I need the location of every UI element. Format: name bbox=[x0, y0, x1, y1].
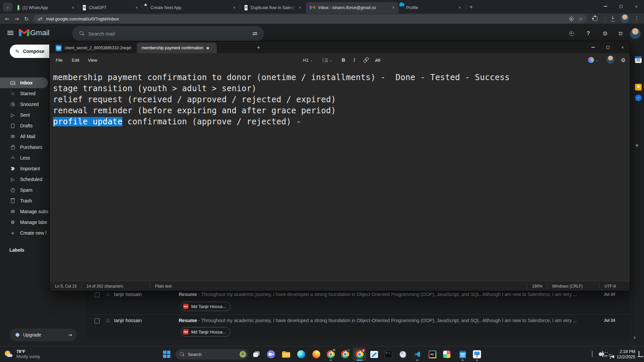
encoding[interactable]: UTF-8 bbox=[600, 284, 630, 289]
close-tab-icon[interactable]: × bbox=[390, 5, 396, 11]
row-checkbox[interactable] bbox=[95, 318, 100, 323]
browser-tab-gmail-inbox[interactable]: Inbox - ishann.tforce@gmail.co × bbox=[306, 2, 398, 13]
side-panel-toggle-icon[interactable]: › bbox=[633, 333, 636, 341]
firefox-button[interactable] bbox=[310, 348, 323, 361]
tab-title: Inbox - ishann.tforce@gmail.co bbox=[318, 5, 389, 10]
chrome-profile1-button[interactable] bbox=[324, 348, 337, 361]
window-minimize-button[interactable] bbox=[598, 0, 613, 13]
attachment-chip[interactable]: PDF Md Tanjir Hossa... bbox=[180, 327, 230, 337]
taskbar-clock[interactable]: 2:18 PM 12/2/2025 bbox=[616, 349, 635, 360]
taskbar-search[interactable]: Search bbox=[175, 349, 248, 359]
close-tab-icon[interactable]: × bbox=[231, 5, 237, 11]
copilot-dropdown[interactable]: ⌄ bbox=[586, 56, 600, 64]
notifications-bell-icon[interactable] bbox=[639, 351, 644, 357]
window-close-button[interactable]: × bbox=[629, 0, 644, 13]
main-menu-icon[interactable] bbox=[7, 31, 13, 35]
attachment-chip[interactable]: PDF Md Tanjir Hossa... bbox=[180, 302, 230, 311]
lens-icon[interactable] bbox=[570, 17, 573, 21]
command-prompt-button[interactable]: C:\_ bbox=[382, 348, 395, 361]
start-button[interactable] bbox=[160, 348, 173, 361]
notepad-text-area[interactable]: membership payment confirmation to donor… bbox=[50, 66, 630, 297]
window-maximize-button[interactable] bbox=[613, 0, 629, 13]
status-icon[interactable] bbox=[568, 29, 576, 38]
pycharm-icon: PC bbox=[429, 351, 436, 358]
notepad-maximize-button[interactable] bbox=[600, 41, 615, 53]
bold-button[interactable]: B bbox=[339, 56, 348, 64]
calendar-icon[interactable]: 31 bbox=[635, 56, 642, 63]
upgrade-button[interactable]: Upgrade → bbox=[10, 328, 77, 341]
notepad-new-tab-button[interactable]: + bbox=[255, 44, 262, 51]
notepad-tab-membership[interactable]: membership payment confirmation bbox=[137, 43, 217, 53]
search-icon[interactable] bbox=[79, 31, 84, 36]
sidebar-item-inbox[interactable]: Inbox bbox=[0, 77, 48, 88]
notepad-settings-gear-icon[interactable]: ⚙ bbox=[618, 56, 629, 64]
bookmark-star-icon[interactable]: ☆ bbox=[579, 16, 583, 22]
row-star-icon[interactable]: ☆ bbox=[105, 317, 110, 324]
mail-list: ☆ tanjir hossain Resume - Throughout my … bbox=[86, 291, 630, 339]
list-style-dropdown[interactable]: ⌄ bbox=[320, 56, 335, 64]
settings-gear-icon[interactable]: ⚙ bbox=[601, 29, 609, 38]
menu-edit[interactable]: Edit bbox=[68, 56, 83, 64]
forward-icon[interactable]: → bbox=[12, 13, 22, 24]
chrome-profile2-button[interactable] bbox=[338, 348, 352, 361]
close-tab-icon[interactable]: × bbox=[297, 5, 303, 11]
teams-chat-button[interactable] bbox=[264, 348, 278, 361]
gmail-profile-avatar[interactable] bbox=[630, 28, 641, 39]
italic-button[interactable]: I bbox=[350, 56, 359, 64]
downloads-icon[interactable]: ↓ bbox=[610, 15, 616, 22]
url-text[interactable]: mail.google.com/mail/u/0/?ogbl#inbox bbox=[46, 16, 570, 21]
address-bar[interactable]: mail.google.com/mail/u/0/?ogbl#inbox ☆ bbox=[34, 14, 587, 23]
apps-grid-icon[interactable] bbox=[616, 29, 625, 38]
notepad-close-button[interactable]: × bbox=[615, 41, 630, 53]
tasks-icon[interactable]: ✓ bbox=[635, 95, 642, 101]
add-side-panel-app-icon[interactable]: + bbox=[635, 142, 639, 149]
search-filter-icon[interactable] bbox=[253, 32, 257, 35]
postgresql-button[interactable] bbox=[396, 348, 410, 361]
task-manager-button[interactable] bbox=[367, 348, 381, 361]
reload-icon[interactable]: ↻ bbox=[21, 13, 32, 24]
link-button[interactable] bbox=[360, 56, 371, 64]
weather-widget[interactable]: 78°F Mostly sunny bbox=[4, 346, 40, 362]
chrome-profile-s-button[interactable]: S bbox=[353, 348, 366, 361]
clear-formatting-button[interactable]: Ab bbox=[372, 56, 383, 64]
help-icon[interactable]: ? bbox=[584, 29, 592, 38]
keep-icon[interactable] bbox=[635, 84, 642, 90]
browser-tab-salesforce-chat[interactable]: ✳ Duplicate flow in Salesforce × bbox=[240, 2, 305, 13]
close-tab-icon[interactable]: × bbox=[134, 5, 140, 11]
notepad-minimize-button[interactable] bbox=[586, 41, 600, 53]
tab-search-button[interactable]: ⌄ bbox=[3, 3, 12, 11]
notepad-tab-client-secret[interactable]: client_secret_2_60053885332-2reqe52rribc bbox=[53, 43, 136, 53]
new-tab-button[interactable]: + bbox=[468, 3, 475, 11]
extensions-icon[interactable] bbox=[593, 16, 597, 21]
edge-button[interactable] bbox=[294, 348, 308, 361]
browser-tab-create-next-app[interactable]: Create Next App × bbox=[143, 2, 239, 13]
close-tab-icon[interactable]: × bbox=[70, 5, 76, 11]
file-explorer-button[interactable] bbox=[279, 348, 293, 361]
gmail-search-input[interactable]: Search mail bbox=[88, 31, 248, 37]
colorful-app-button[interactable] bbox=[440, 348, 453, 361]
browser-tab-chatgpt[interactable]: ✳ ChatGPT × bbox=[79, 2, 142, 13]
browser-profile-avatar[interactable] bbox=[621, 14, 629, 23]
line-ending[interactable]: Windows (CRLF) bbox=[547, 284, 599, 289]
compose-button[interactable]: ✎ Compose bbox=[10, 45, 56, 58]
close-tab-icon[interactable]: × bbox=[457, 5, 463, 11]
browser-tab-whatsapp[interactable]: 1 (1) WhatsApp × bbox=[13, 2, 78, 13]
pycharm-button[interactable]: PC bbox=[426, 348, 439, 361]
gmail-search-bar[interactable]: Search mail bbox=[72, 26, 264, 41]
notepad-taskbar-button[interactable] bbox=[456, 348, 469, 361]
mail-row[interactable]: ☆ tanjir hossain Resume - Throughout my … bbox=[86, 317, 630, 339]
browser-tabstrip: ⌄ 1 (1) WhatsApp × ✳ ChatGPT × Create Ne… bbox=[0, 0, 644, 13]
menu-file[interactable]: File bbox=[52, 56, 67, 64]
zoom-level[interactable]: 190% bbox=[527, 284, 547, 289]
heading-style-dropdown[interactable]: H1 ⌄ bbox=[301, 56, 315, 64]
tray-expand-icon[interactable] bbox=[592, 351, 592, 357]
browser-tab-profile[interactable]: Profile × bbox=[399, 2, 465, 13]
notepad-account-avatar[interactable] bbox=[606, 56, 614, 64]
task-view-button[interactable] bbox=[250, 348, 263, 361]
back-icon[interactable]: ← bbox=[2, 13, 12, 24]
vscode-button[interactable] bbox=[411, 348, 424, 361]
menu-view[interactable]: View bbox=[84, 56, 101, 64]
site-settings-icon[interactable] bbox=[38, 17, 43, 21]
taskpro-button[interactable] bbox=[470, 348, 484, 361]
browser-menu-icon[interactable]: ⋮ bbox=[634, 15, 639, 22]
